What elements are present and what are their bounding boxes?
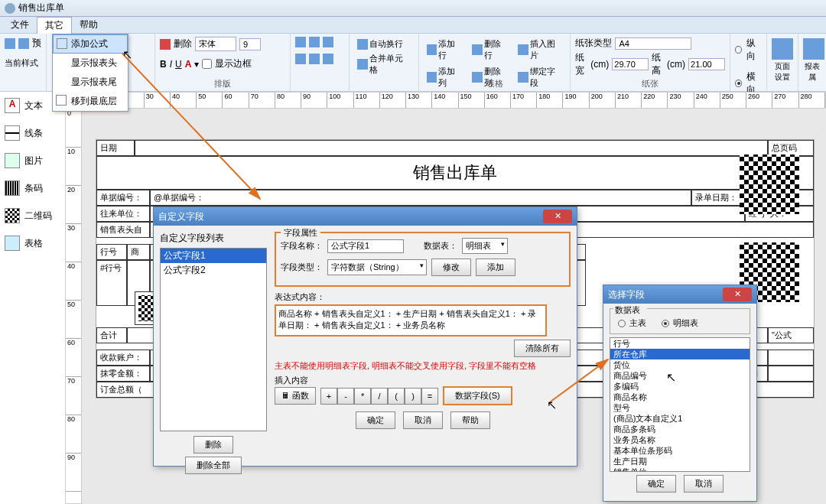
tool-qrcode[interactable]: 二维码	[0, 202, 65, 229]
list-item[interactable]: (商品)文本自定义1	[610, 413, 750, 424]
op-button[interactable]: -	[337, 388, 354, 405]
ok-button[interactable]: 确定	[356, 411, 395, 429]
cursor-icon: ↖	[547, 398, 557, 412]
function-button[interactable]: 🖩 函数	[275, 387, 316, 405]
font-size-select[interactable]: 9	[239, 38, 261, 50]
typeset-group-label: 排版	[155, 78, 290, 89]
valign-bot-icon[interactable]	[323, 54, 333, 64]
field-name-input[interactable]	[327, 239, 404, 253]
data-field-button[interactable]: 数据字段(S)	[443, 386, 512, 405]
portrait-radio[interactable]	[735, 46, 742, 54]
add-button[interactable]: 添加	[476, 259, 515, 276]
dlg1-title: 自定义字段	[158, 210, 204, 223]
paper-group-label: 纸张	[571, 78, 730, 89]
align-left-icon[interactable]	[295, 37, 306, 47]
modify-button[interactable]: 修改	[431, 259, 471, 276]
list-item[interactable]: 型号	[610, 402, 750, 413]
menu-show-footer[interactable]: 显示报表尾	[53, 73, 128, 92]
add-row-button[interactable]: 添加行	[424, 37, 467, 63]
report-attr-icon[interactable]	[803, 38, 824, 60]
op-button[interactable]: +	[320, 388, 337, 405]
page-setup-icon[interactable]	[772, 38, 793, 60]
landscape-radio[interactable]	[735, 80, 742, 87]
field-type-select[interactable]: 字符数据（String）	[327, 259, 427, 275]
delete-icon[interactable]	[160, 39, 171, 50]
warning-text: 主表不能使用明细表字段, 明细表不能交叉使用字段, 字段里不能有空格	[275, 360, 571, 372]
layer-icon	[56, 95, 67, 106]
tool-barcode[interactable]: 条码	[0, 174, 65, 202]
list-item[interactable]: 销售单位	[610, 467, 750, 472]
tool-line[interactable]: 线条	[0, 119, 65, 147]
paper-height-input[interactable]	[688, 58, 725, 70]
valign-top-icon[interactable]	[295, 54, 306, 64]
list-item[interactable]: 基本单位条形码	[610, 445, 750, 456]
dlg2-close-icon[interactable]: ✕	[723, 288, 752, 301]
show-border-check[interactable]	[202, 59, 212, 69]
qr-top	[740, 154, 799, 214]
list-item[interactable]: 多编码	[610, 381, 750, 392]
op-button[interactable]: (	[388, 388, 405, 405]
paper-width-input[interactable]	[612, 58, 649, 70]
tool-image[interactable]: 图片	[0, 147, 65, 174]
menu-show-header[interactable]: 显示报表头	[53, 54, 128, 73]
help-button[interactable]: 帮助	[450, 411, 490, 429]
op-button[interactable]: *	[354, 388, 371, 405]
menu-file[interactable]: 文件	[3, 17, 37, 33]
preview-icon[interactable]	[18, 38, 29, 49]
side-toolbar: A文本 线条 图片 条码 二维码 表格	[0, 92, 65, 257]
menu-other[interactable]: 其它	[37, 17, 72, 34]
op-button[interactable]: )	[405, 388, 421, 405]
doc-date-label: 日期	[96, 140, 135, 156]
insert-img-button[interactable]: 插入图片	[515, 37, 565, 63]
autowrap-icon	[357, 39, 368, 50]
save-icon[interactable]	[5, 38, 15, 49]
dlg2-ok-button[interactable]: 确定	[636, 475, 676, 493]
op-button[interactable]: =	[421, 388, 438, 405]
list-item[interactable]: 行号	[610, 338, 750, 349]
field-select-listbox[interactable]: 行号所在仓库货位商品编号多编码商品名称型号(商品)文本自定义1商品多条码业务员名…	[610, 337, 750, 472]
tool-table[interactable]: 表格	[0, 229, 65, 257]
main-table-radio[interactable]	[618, 320, 626, 327]
window-titlebar: 销售出库单	[0, 0, 826, 17]
valign-mid-icon[interactable]	[309, 54, 320, 64]
expression-textarea[interactable]: 商品名称 + 销售表头自定义1： + 生产日期 + 销售表头自定义1： + 录单…	[275, 304, 547, 337]
clear-button[interactable]: 清除所有	[514, 340, 571, 357]
align-center-icon[interactable]	[309, 37, 320, 47]
menu-add-formula[interactable]: 添加公式	[53, 34, 128, 54]
font-color-button[interactable]: A	[185, 59, 192, 70]
dlg2-title: 选择字段	[608, 288, 645, 301]
list-item[interactable]: 商品编号	[610, 370, 750, 381]
paper-type-select[interactable]: A4	[615, 37, 691, 50]
field-listbox[interactable]: 公式字段1 公式字段2	[160, 248, 267, 431]
dlg1-close-icon[interactable]: ✕	[543, 210, 572, 223]
list-item[interactable]: 商品名称	[610, 392, 750, 402]
list-item[interactable]: 所在仓库	[610, 349, 750, 359]
autowrap-button[interactable]: 自动换行	[354, 37, 414, 51]
delete-all-button[interactable]: 删除全部	[185, 457, 242, 474]
list-item[interactable]: 商品多条码	[610, 424, 750, 434]
formula-col-cell: "公式	[768, 327, 814, 343]
delete-button[interactable]: 删除	[193, 436, 233, 454]
list-item[interactable]: 货位	[610, 359, 750, 370]
del-row-button[interactable]: 删除行	[469, 37, 512, 63]
detail-table-radio[interactable]	[662, 320, 669, 327]
op-button[interactable]: /	[371, 388, 388, 405]
other-dropdown: 添加公式 显示报表头 显示报表尾 移到最底层	[52, 34, 128, 112]
dlg1-titlebar[interactable]: 自定义字段 ✕	[154, 207, 577, 226]
italic-button[interactable]: I	[170, 59, 172, 70]
data-table-select[interactable]: 明细表	[462, 238, 508, 254]
underline-button[interactable]: U	[175, 59, 182, 70]
font-select[interactable]: 宋体	[195, 37, 236, 51]
list-item[interactable]: 业务员名称	[610, 434, 750, 445]
list-item[interactable]: 公式字段2	[161, 263, 266, 278]
menu-move-bottom[interactable]: 移到最底层	[53, 92, 128, 111]
dlg2-titlebar[interactable]: 选择字段 ✕	[603, 285, 756, 304]
bold-button[interactable]: B	[160, 59, 167, 70]
cancel-button[interactable]: 取消	[403, 411, 443, 429]
dlg2-cancel-button[interactable]: 取消	[684, 475, 724, 493]
list-item[interactable]: 生产日期	[610, 456, 750, 467]
merge-button[interactable]: 合并单元格	[354, 51, 414, 77]
align-right-icon[interactable]	[323, 37, 333, 47]
menu-help[interactable]: 帮助	[72, 17, 106, 33]
list-item[interactable]: 公式字段1	[161, 249, 266, 263]
